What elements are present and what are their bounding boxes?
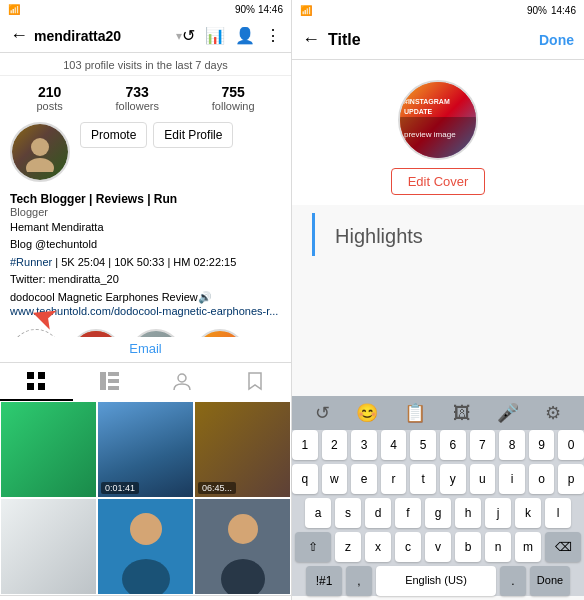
mic-icon[interactable]: 🎤 (497, 402, 519, 424)
back-button-right[interactable]: ← (302, 29, 320, 50)
edit-profile-button[interactable]: Edit Profile (153, 122, 233, 148)
key-i[interactable]: i (499, 464, 525, 494)
edit-cover-button[interactable]: Edit Cover (391, 168, 486, 195)
key-m[interactable]: m (515, 532, 541, 562)
key-k[interactable]: k (515, 498, 541, 528)
key-7[interactable]: 7 (470, 430, 496, 460)
undo-icon[interactable]: ↺ (315, 402, 330, 424)
instaupdate-circle[interactable] (194, 329, 246, 337)
key-r[interactable]: r (381, 464, 407, 494)
highlight-instaupdate[interactable]: Insta Updat... (190, 329, 249, 337)
key-5[interactable]: 5 (410, 430, 436, 460)
grid-row-1: 0:01:41 06:45... (0, 401, 291, 498)
time-left: 14:46 (258, 4, 283, 15)
bio-blog: Blog @techuntold (10, 237, 281, 252)
stat-following: 755 following (212, 84, 255, 112)
key-u[interactable]: u (470, 464, 496, 494)
highlight-running[interactable]: #INSTAGRAM UPDATE Running (70, 329, 122, 337)
tab-person[interactable] (146, 363, 219, 401)
key-p[interactable]: p (558, 464, 584, 494)
following-label: following (212, 100, 255, 112)
key-d[interactable]: d (365, 498, 391, 528)
keyboard-toolbar: ↺ 😊 📋 🖼 🎤 ⚙ (292, 396, 584, 430)
grid-cell-1[interactable] (0, 401, 97, 498)
key-g[interactable]: g (425, 498, 451, 528)
promote-button[interactable]: Promote (80, 122, 147, 148)
key-y[interactable]: y (440, 464, 466, 494)
key-n[interactable]: n (485, 532, 511, 562)
tab-grid[interactable] (0, 363, 73, 401)
gear-icon[interactable]: ⚙ (545, 402, 561, 424)
done-button[interactable]: Done (539, 32, 574, 48)
key-w[interactable]: w (322, 464, 348, 494)
key-t[interactable]: t (410, 464, 436, 494)
history-icon[interactable]: ↺ (182, 26, 195, 45)
key-z[interactable]: z (335, 532, 361, 562)
emoji-icon[interactable]: 😊 (356, 402, 378, 424)
period-key[interactable]: . (500, 566, 526, 596)
chart-icon[interactable]: 📊 (205, 26, 225, 45)
status-right: 90% 14:46 (235, 4, 283, 15)
followers-label: followers (116, 100, 159, 112)
image-icon[interactable]: 🖼 (453, 403, 471, 424)
key-h[interactable]: h (455, 498, 481, 528)
svg-rect-8 (100, 372, 106, 390)
grid-cell-4[interactable] (0, 498, 97, 595)
running-circle[interactable]: #INSTAGRAM UPDATE (70, 329, 122, 337)
key-q[interactable]: q (292, 464, 318, 494)
key-6[interactable]: 6 (440, 430, 466, 460)
key-j[interactable]: j (485, 498, 511, 528)
right-nav-title: Title (328, 31, 539, 49)
grid-cell-5[interactable] (97, 498, 194, 595)
bottom-row: !#1 , English (US) . Done (292, 566, 584, 596)
key-c[interactable]: c (395, 532, 421, 562)
key-x[interactable]: x (365, 532, 391, 562)
status-bar-left: 📶 90% 14:46 (0, 0, 291, 19)
key-l[interactable]: l (545, 498, 571, 528)
tab-list[interactable] (73, 363, 146, 401)
nav-bar-right: ← Title Done (292, 20, 584, 60)
key-o[interactable]: o (529, 464, 555, 494)
key-4[interactable]: 4 (381, 430, 407, 460)
num-switch-key[interactable]: !#1 (306, 566, 342, 596)
comma-key[interactable]: , (346, 566, 372, 596)
tab-bookmark[interactable] (218, 363, 291, 401)
grid-cell-3[interactable]: 06:45... (194, 401, 291, 498)
key-f[interactable]: f (395, 498, 421, 528)
space-key[interactable]: English (US) (376, 566, 496, 596)
keyboard-done-key[interactable]: Done (530, 566, 570, 596)
svg-text:UPDATE: UPDATE (404, 108, 433, 115)
key-b[interactable]: b (455, 532, 481, 562)
key-3[interactable]: 3 (351, 430, 377, 460)
clipboard-icon[interactable]: 📋 (404, 402, 426, 424)
person-add-icon[interactable]: 👤 (235, 26, 255, 45)
svg-text:#INSTAGRAM: #INSTAGRAM (404, 98, 450, 105)
key-1[interactable]: 1 (292, 430, 318, 460)
key-v[interactable]: v (425, 532, 451, 562)
avatar-image (12, 124, 68, 180)
key-e[interactable]: e (351, 464, 377, 494)
key-2[interactable]: 2 (322, 430, 348, 460)
shift-key[interactable]: ⇧ (295, 532, 331, 562)
key-a[interactable]: a (305, 498, 331, 528)
email-link[interactable]: Email (0, 337, 291, 360)
key-s[interactable]: s (335, 498, 361, 528)
posts-label: posts (36, 100, 62, 112)
backspace-key[interactable]: ⌫ (545, 532, 581, 562)
key-9[interactable]: 9 (529, 430, 555, 460)
key-8[interactable]: 8 (499, 430, 525, 460)
back-button[interactable]: ← (10, 25, 28, 46)
highlight-gadgets[interactable]: Gadgets (130, 329, 182, 337)
more-icon[interactable]: ⋮ (265, 26, 281, 45)
right-status-left: 📶 (300, 5, 312, 16)
grid-cell-2[interactable]: 0:01:41 (97, 401, 194, 498)
svg-point-14 (130, 513, 162, 545)
highlight-preview: #INSTAGRAM UPDATE preview image Edit Cov… (292, 60, 584, 205)
key-0[interactable]: 0 (558, 430, 584, 460)
gadgets-circle[interactable] (130, 329, 182, 337)
grid-cell-6[interactable] (194, 498, 291, 595)
grid-icon (26, 371, 46, 391)
grid-row-2 (0, 498, 291, 595)
highlights-section-label: Highlights (312, 213, 564, 256)
bio-runner: #Runner | 5K 25:04 | 10K 50:33 | HM 02:2… (10, 255, 281, 270)
